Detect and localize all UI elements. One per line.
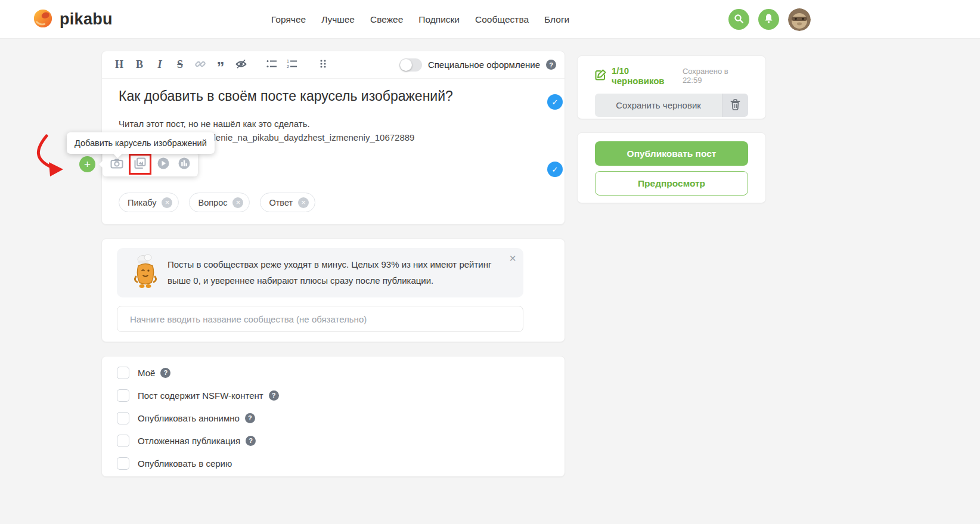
link-icon <box>195 58 206 71</box>
pikabu-logo-icon <box>33 8 53 31</box>
strikethrough-button[interactable]: S <box>171 56 189 74</box>
bullet-list-button[interactable] <box>263 56 281 74</box>
heading-button[interactable]: H <box>110 56 128 74</box>
drag-handle-icon <box>320 59 327 70</box>
drafts-card: 1/10 черновиков Сохранено в 22:59 Сохран… <box>577 55 766 119</box>
delete-draft-button[interactable] <box>722 94 748 117</box>
add-block-button[interactable]: + <box>79 156 95 172</box>
checkbox-nsfw[interactable] <box>117 389 129 402</box>
svg-text:1: 1 <box>287 59 289 63</box>
play-icon <box>157 157 170 172</box>
poll-icon <box>178 157 191 172</box>
image-carousel-icon <box>134 157 147 172</box>
special-format-toggle[interactable] <box>399 58 422 72</box>
checkbox-mine[interactable] <box>117 367 129 379</box>
special-format-control: Специальное оформление ? <box>399 58 556 72</box>
tag-label: Ответ <box>269 198 293 207</box>
toggle-knob <box>400 59 412 71</box>
search-icon <box>734 14 744 26</box>
post-body-text[interactable]: Читал этот пост, но не нашёл как это сде… <box>119 119 310 129</box>
spoiler-button[interactable] <box>232 56 250 74</box>
numbered-list-icon: 12 <box>287 59 297 70</box>
add-poll-button[interactable] <box>175 156 193 173</box>
italic-button[interactable]: I <box>151 56 169 74</box>
publish-post-button[interactable]: Опубликовать пост <box>595 141 748 166</box>
option-label: Моё <box>138 368 155 378</box>
special-format-label: Специальное оформление <box>428 60 540 70</box>
quote-button[interactable]: ” <box>212 56 230 74</box>
post-options-card: Моё ? Пост содержит NSFW-контент ? Опубл… <box>101 356 565 477</box>
add-video-button[interactable] <box>154 156 172 173</box>
option-row-mine: Моё ? <box>117 361 550 384</box>
help-icon[interactable]: ? <box>246 436 256 446</box>
option-label: Опубликовать в серию <box>138 458 232 469</box>
add-image-carousel-button[interactable] <box>131 156 149 173</box>
drafts-status-row: 1/10 черновиков Сохранено в 22:59 <box>595 66 748 86</box>
tag-otvet: Ответ × <box>260 193 315 212</box>
bell-icon <box>764 13 774 26</box>
remove-tag-button[interactable]: × <box>162 197 172 208</box>
option-row-nsfw: Пост содержит NSFW-контент ? <box>117 384 550 407</box>
media-row-check-icon: ✓ <box>547 162 563 177</box>
drafts-count-label[interactable]: 1/10 черновиков <box>612 66 683 86</box>
checkbox-series[interactable] <box>117 457 129 470</box>
community-hint-text: Посты в сообществах реже уходят в минус.… <box>168 256 498 289</box>
help-icon[interactable]: ? <box>245 413 255 423</box>
tags-row: Пикабу × Вопрос × Ответ × <box>119 193 315 212</box>
option-row-series: Опубликовать в серию <box>117 452 550 475</box>
carousel-highlight-box <box>129 154 151 175</box>
tag-label: Вопрос <box>198 198 227 207</box>
bullet-list-icon <box>266 59 277 70</box>
nav-best[interactable]: Лучшее <box>321 14 355 25</box>
tag-label: Пикабу <box>128 198 156 207</box>
preview-button[interactable]: Предпросмотр <box>595 171 748 196</box>
drag-handle-button[interactable] <box>314 56 332 74</box>
option-row-scheduled: Отложенная публикация ? <box>117 429 550 452</box>
camera-icon <box>110 158 123 170</box>
checkbox-anonymous[interactable] <box>117 412 129 424</box>
nav-blogs[interactable]: Блоги <box>544 14 569 25</box>
carousel-tooltip: Добавить карусель изображений <box>67 132 215 154</box>
publish-card: Опубликовать пост Предпросмотр <box>577 132 766 203</box>
option-label: Опубликовать анонимно <box>138 413 240 423</box>
draft-edit-icon <box>595 69 607 83</box>
numbered-list-button[interactable]: 12 <box>283 56 301 74</box>
logo[interactable]: pikabu <box>33 0 113 39</box>
checkbox-scheduled[interactable] <box>117 435 129 447</box>
nav-subscriptions[interactable]: Подписки <box>418 14 460 25</box>
header: pikabu Горячее Лучшее Свежее Подписки Со… <box>0 0 980 39</box>
option-label: Пост содержит NSFW-контент <box>138 390 263 401</box>
link-button[interactable] <box>191 56 209 74</box>
nav-fresh[interactable]: Свежее <box>370 14 403 25</box>
svg-text:2: 2 <box>287 64 289 69</box>
mascot-icon <box>130 253 161 296</box>
notifications-button[interactable] <box>758 9 779 30</box>
community-card: Посты в сообществах реже уходят в минус.… <box>101 238 565 342</box>
close-banner-button[interactable]: × <box>509 252 516 265</box>
remove-tag-button[interactable]: × <box>232 197 243 208</box>
nav-hot[interactable]: Горячее <box>271 14 306 25</box>
tag-vopros: Вопрос × <box>189 193 250 212</box>
option-label: Отложенная публикация <box>138 436 240 446</box>
post-title-input[interactable]: Как добавить в своём посте карусель изоб… <box>119 88 500 104</box>
option-row-anonymous: Опубликовать анонимно ? <box>117 407 550 429</box>
remove-tag-button[interactable]: × <box>298 197 309 208</box>
title-valid-check-icon: ✓ <box>547 94 563 110</box>
search-button[interactable] <box>728 9 749 30</box>
avatar[interactable] <box>788 8 811 31</box>
help-icon[interactable]: ? <box>269 390 279 401</box>
logo-text: pikabu <box>60 10 113 29</box>
help-icon[interactable]: ? <box>546 60 556 70</box>
add-photo-button[interactable] <box>108 156 126 173</box>
community-search-input[interactable] <box>117 306 523 332</box>
nav-communities[interactable]: Сообщества <box>475 14 529 25</box>
tag-pikabu: Пикабу × <box>119 193 179 212</box>
post-body-link-text: bnovlenie_na_pikabu_daydzhest_izmeneniy_… <box>194 132 414 142</box>
help-icon[interactable]: ? <box>160 368 170 378</box>
page: pikabu Горячее Лучшее Свежее Подписки Со… <box>0 0 980 524</box>
eye-off-icon <box>235 59 247 71</box>
bold-button[interactable]: B <box>131 56 148 74</box>
main-nav: Горячее Лучшее Свежее Подписки Сообществ… <box>271 0 569 39</box>
format-toolbar: H B I S ” 12 <box>102 51 565 79</box>
save-draft-button[interactable]: Сохранить черновик <box>595 94 722 117</box>
